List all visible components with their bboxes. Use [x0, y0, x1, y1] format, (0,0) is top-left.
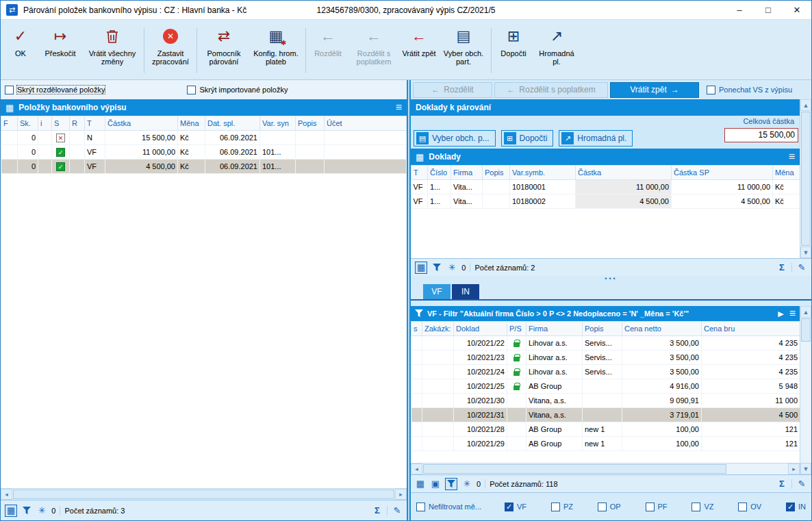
column-header[interactable]: T: [85, 116, 105, 131]
documents-vertical-scrollbar[interactable]: ▲ ▼: [800, 99, 811, 258]
undo-pairing-button[interactable]: ← Vrátit zpět: [400, 23, 438, 78]
column-header[interactable]: Číslo: [428, 166, 451, 180]
edit-icon[interactable]: ✎: [796, 262, 807, 274]
calculate-button[interactable]: ⊞ Dopočti: [494, 23, 533, 78]
column-header[interactable]: Var.symb.: [510, 166, 576, 180]
filter-icon[interactable]: [21, 505, 32, 517]
bulk-small-button[interactable]: ↗ Hromadná pl.: [559, 130, 633, 147]
filtered-vertical-scrollbar[interactable]: ▲ ▼: [800, 306, 811, 474]
scroll-up-icon[interactable]: ▲: [800, 99, 811, 111]
type-vz-checkbox[interactable]: VZ: [692, 503, 713, 511]
column-header[interactable]: Firma: [526, 322, 583, 336]
pages-icon[interactable]: ▣: [430, 478, 441, 490]
type-in-checkbox[interactable]: IN: [786, 503, 806, 511]
undo-action-button[interactable]: Vrátit zpět →: [610, 82, 699, 98]
sum-icon[interactable]: Σ: [372, 505, 383, 517]
scrollbar-thumb[interactable]: [801, 112, 811, 246]
column-header[interactable]: T: [411, 166, 428, 180]
filter-icon[interactable]: [445, 478, 457, 490]
edit-icon[interactable]: ✎: [392, 505, 403, 517]
pair-helper-button[interactable]: ⇄ Pomocník párování: [199, 23, 249, 78]
column-header[interactable]: Částka SP: [672, 166, 773, 180]
horizontal-scrollbar[interactable]: ◂ ▸: [411, 463, 800, 474]
scrollbar-thumb[interactable]: [13, 490, 394, 499]
filter-icon[interactable]: [431, 262, 442, 274]
tab-vf[interactable]: VF: [423, 284, 451, 299]
column-header[interactable]: s: [411, 322, 422, 336]
column-header[interactable]: Popis: [483, 166, 510, 180]
scroll-up-icon[interactable]: ▲: [800, 306, 811, 318]
column-header[interactable]: Popis: [296, 116, 325, 131]
maximize-button[interactable]: □: [754, 1, 783, 19]
table-row-selected[interactable]: 10/2021/31 Vitana, a.s. 3 719,014 500: [411, 408, 800, 422]
hide-split-items-checkbox[interactable]: Skrýt rozdělované položky: [5, 86, 105, 94]
table-row[interactable]: 0 ✓ VF 11 000,00 Kč 06.09.2021 101...: [1, 145, 407, 160]
column-header[interactable]: Cena bru: [702, 322, 800, 336]
grid-view-icon[interactable]: ▦: [5, 505, 17, 517]
bulk-payment-button[interactable]: ↗ Hromadná pl.: [533, 23, 580, 78]
tab-in[interactable]: IN: [452, 284, 479, 299]
scroll-right-icon[interactable]: ▸: [395, 489, 407, 500]
table-row[interactable]: 10/2021/29 AB Groupnew 1 100,00121: [411, 437, 800, 451]
column-header[interactable]: P/S: [507, 322, 526, 336]
table-row[interactable]: 10/2021/22 Lihovar a.s.Servis... 3 500,0…: [411, 336, 800, 351]
table-row[interactable]: 10/2021/24 Lihovar a.s.Servis... 3 500,0…: [411, 365, 800, 379]
table-row-selected[interactable]: 0 ✓ VF 4 500,00 Kč 06.09.2021 101...: [1, 160, 407, 174]
scrollbar-thumb[interactable]: [801, 318, 811, 342]
total-amount-field[interactable]: 15 500,00: [724, 128, 798, 142]
menu-icon[interactable]: ≡: [789, 151, 795, 163]
table-row[interactable]: VF 1... Vita... 10180001 11 000,00 11 00…: [411, 180, 800, 194]
type-vf-checkbox[interactable]: VF: [505, 503, 526, 511]
skip-button[interactable]: ↦ Přeskočit: [38, 23, 83, 78]
section-splitter[interactable]: •••: [411, 276, 811, 283]
close-button[interactable]: ✕: [783, 1, 811, 19]
column-header[interactable]: Sk.: [18, 116, 38, 131]
column-header[interactable]: F: [1, 116, 18, 131]
table-row[interactable]: 10/2021/23 Lihovar a.s.Servis... 3 500,0…: [411, 351, 800, 365]
table-row[interactable]: 10/2021/25 AB Group 4 916,005 948: [411, 379, 800, 394]
undo-all-button[interactable]: Vrátit všechny změny: [83, 23, 142, 78]
scroll-right-icon[interactable]: ▸: [788, 463, 800, 474]
column-header[interactable]: Cena netto: [622, 322, 702, 336]
column-header[interactable]: Účet: [325, 116, 407, 131]
table-row[interactable]: 10/2021/28 AB Groupnew 1 100,00121: [411, 422, 800, 437]
column-header[interactable]: Částka: [105, 116, 178, 131]
table-row[interactable]: VF 1... Vita... 10180002 4 500,00 4 500,…: [411, 194, 800, 209]
select-partner-button[interactable]: ▤ Vyber obch. part.: [438, 23, 489, 78]
hide-imported-items-checkbox[interactable]: Skrýt importované položky: [187, 86, 288, 94]
sum-icon[interactable]: Σ: [776, 478, 787, 490]
select-partner-small-button[interactable]: ▤ Vyber obch. p...: [414, 130, 496, 147]
scroll-left-icon[interactable]: ◂: [1, 489, 12, 500]
no-currency-filter-checkbox[interactable]: Nefiltrovat mě...: [416, 503, 481, 511]
column-header[interactable]: Měna: [178, 116, 205, 131]
column-header[interactable]: Dat. spl.: [205, 116, 260, 131]
freeze-icon[interactable]: ✳: [36, 505, 47, 517]
grid-view-icon[interactable]: ▦: [415, 478, 426, 490]
column-header[interactable]: Var. syn: [260, 116, 296, 131]
scroll-down-icon[interactable]: ▼: [800, 463, 811, 474]
column-header[interactable]: Firma: [451, 166, 483, 180]
stop-button[interactable]: ✕ Zastavit zpracování: [147, 23, 194, 78]
keep-vs-checkbox[interactable]: Ponechat VS z výpisu: [707, 86, 792, 94]
play-icon[interactable]: ▶: [778, 309, 783, 318]
type-pz-checkbox[interactable]: PZ: [551, 503, 573, 511]
column-header[interactable]: Měna: [773, 166, 800, 180]
table-row[interactable]: 0 ✕ N 15 500,00 Kč 06.09.2021: [1, 131, 407, 145]
column-header[interactable]: i: [38, 116, 52, 131]
column-header[interactable]: R: [70, 116, 85, 131]
type-op-checkbox[interactable]: OP: [598, 503, 621, 511]
column-header[interactable]: Popis: [583, 322, 622, 336]
ok-button[interactable]: ✓ OK: [3, 23, 38, 78]
scroll-down-icon[interactable]: ▼: [800, 246, 811, 258]
freeze-icon[interactable]: ✳: [461, 478, 472, 490]
type-ov-checkbox[interactable]: OV: [738, 503, 761, 511]
grid-view-icon[interactable]: ▦: [415, 262, 427, 274]
freeze-icon[interactable]: ✳: [446, 262, 457, 274]
table-row[interactable]: 10/2021/30 Vitana, a.s. 9 090,9111 000: [411, 394, 800, 408]
sum-icon[interactable]: Σ: [776, 262, 787, 274]
scrollbar-thumb[interactable]: [423, 464, 726, 474]
edit-icon[interactable]: ✎: [796, 478, 807, 490]
column-header[interactable]: Zakázk:: [422, 322, 454, 336]
config-bulk-payments-button[interactable]: ▦✱ Konfig. hrom. plateb: [249, 23, 303, 78]
horizontal-scrollbar[interactable]: ◂ ▸: [1, 488, 407, 500]
